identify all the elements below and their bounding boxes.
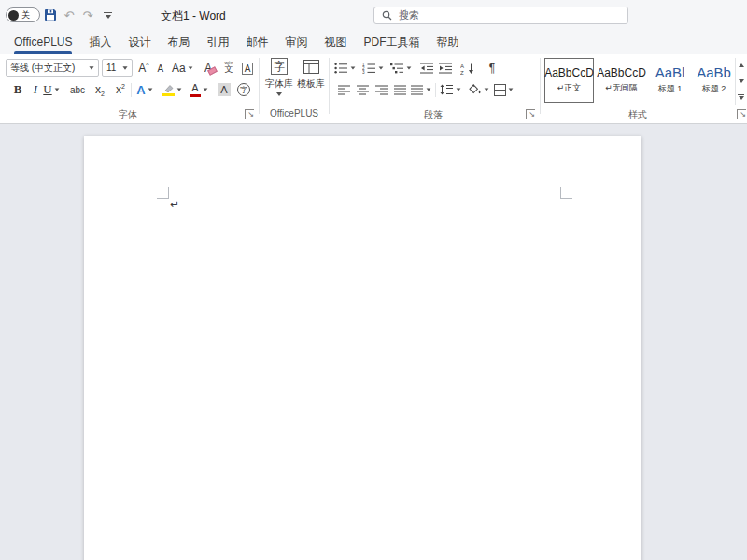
bold-icon: B [14, 82, 22, 97]
character-shading-button[interactable]: A [216, 80, 233, 99]
multilevel-list-icon [390, 63, 404, 74]
sort-button[interactable]: AZ [459, 59, 476, 77]
tab-view[interactable]: 视图 [316, 30, 355, 54]
style-name: ↵无间隔 [605, 82, 638, 94]
style-no-spacing[interactable]: AaBbCcD ↵无间隔 [596, 58, 647, 103]
font-dialog-launcher[interactable]: ↘ [245, 109, 254, 119]
clear-formatting-button[interactable]: A [200, 59, 217, 77]
chevron-down-icon [427, 88, 431, 91]
style-gallery-more-button[interactable] [736, 89, 746, 105]
bullets-button[interactable] [334, 59, 356, 77]
superscript-button[interactable]: x2 [112, 80, 129, 99]
decrease-indent-icon [420, 63, 434, 74]
clear-formatting-icon: A [204, 62, 212, 75]
chevron-down-icon [148, 88, 152, 91]
decrease-indent-button[interactable] [418, 59, 435, 77]
strikethrough-button[interactable]: abc [69, 80, 86, 99]
autosave-toggle[interactable]: 关 [6, 7, 40, 22]
multilevel-list-button[interactable] [390, 59, 412, 77]
borders-button[interactable] [494, 80, 514, 99]
redo-button[interactable]: ↷ [78, 6, 97, 24]
group-divider [540, 58, 541, 114]
template-library-button[interactable]: 模板库 [296, 58, 326, 106]
shrink-font-icon: A [157, 63, 163, 74]
justify-button[interactable] [392, 80, 409, 99]
tab-help[interactable]: 帮助 [428, 30, 467, 54]
styles-dialog-launcher[interactable]: ↘ [737, 109, 746, 119]
style-gallery: AaBbCcD ↵正文 AaBbCcD ↵无间隔 AaBl 标题 1 AaBb … [544, 58, 735, 105]
style-heading-1[interactable]: AaBl 标题 1 [649, 58, 691, 103]
style-normal[interactable]: AaBbCcD ↵正文 [544, 58, 594, 103]
align-center-button[interactable] [355, 80, 372, 99]
shading-button[interactable] [468, 80, 489, 99]
tab-layout[interactable]: 布局 [159, 30, 198, 54]
style-gallery-scroll [735, 58, 746, 105]
font-color-button[interactable]: A [190, 80, 208, 99]
increase-indent-button[interactable] [437, 59, 454, 77]
shrink-font-button[interactable]: Aˇ [153, 59, 170, 77]
show-marks-button[interactable]: ¶ [484, 59, 500, 77]
tab-officeplus[interactable]: OfficePLUS [6, 30, 80, 54]
document-canvas: ↵ [0, 124, 747, 560]
chevron-down-icon [177, 88, 182, 91]
chevron-down-icon [379, 66, 384, 69]
distribute-button[interactable] [411, 80, 431, 99]
tab-mailings[interactable]: 邮件 [237, 30, 276, 54]
divider [131, 83, 132, 97]
justify-icon [394, 85, 407, 95]
save-button[interactable] [41, 6, 60, 24]
font-name-value: 等线 (中文正文) [10, 62, 75, 75]
underline-button[interactable]: U [43, 80, 60, 99]
tab-design[interactable]: 设计 [120, 30, 159, 54]
triangle-up-icon [739, 63, 744, 67]
group-divider [259, 58, 260, 114]
align-center-icon [357, 85, 370, 95]
italic-button[interactable]: I [27, 80, 44, 99]
distribute-icon [411, 85, 424, 95]
font-name-combo[interactable]: 等线 (中文正文) [6, 59, 99, 77]
enclose-characters-button[interactable]: 字 [235, 80, 252, 99]
style-name: 标题 2 [702, 83, 726, 95]
tab-references[interactable]: 引用 [198, 30, 237, 54]
text-effects-button[interactable]: A [136, 80, 153, 99]
officeplus-group-label: OfficePLUS [261, 108, 328, 119]
tab-review[interactable]: 审阅 [276, 30, 316, 54]
search-box[interactable]: 搜索 [374, 7, 628, 24]
customize-quick-access-button[interactable] [101, 6, 115, 24]
align-right-button[interactable] [374, 80, 390, 99]
font-size-combo[interactable]: 11 [102, 59, 133, 77]
align-right-icon [375, 85, 388, 95]
style-gallery-down-button[interactable] [736, 74, 746, 90]
font-library-button[interactable]: 字 字体库 [264, 58, 294, 106]
style-preview: AaBbCcD [597, 67, 646, 78]
crop-mark-top-left [157, 187, 169, 199]
undo-button[interactable]: ↶ [60, 6, 78, 24]
change-case-button[interactable]: Aa [172, 59, 193, 77]
align-left-icon [338, 85, 351, 95]
text-effects-icon: A [136, 83, 145, 97]
ribbon: 等线 (中文正文) 11 A^ Aˇ Aa A wén 文 A B I U ab… [0, 54, 747, 124]
chevron-down-icon [188, 66, 192, 69]
line-spacing-button[interactable] [440, 80, 461, 99]
paragraph-dialog-launcher[interactable]: ↘ [526, 109, 535, 119]
align-left-button[interactable] [336, 80, 353, 99]
tab-pdf-tools[interactable]: PDF工具箱 [355, 30, 428, 54]
style-heading-2[interactable]: AaBb 标题 2 [693, 58, 735, 103]
style-gallery-up-button[interactable] [736, 58, 746, 74]
bold-button[interactable]: B [9, 80, 26, 99]
numbering-button[interactable]: 123 [362, 59, 384, 77]
triangle-down-icon [739, 79, 744, 83]
highlight-button[interactable] [162, 80, 182, 99]
subscript-button[interactable]: x2 [92, 80, 108, 99]
page[interactable]: ↵ [84, 136, 641, 560]
highlighter-icon [162, 84, 175, 96]
font-group-label: 字体 [0, 108, 256, 121]
tab-insert[interactable]: 插入 [80, 30, 120, 54]
style-name: 标题 1 [658, 83, 683, 95]
enclose-characters-icon: 字 [237, 83, 250, 96]
phonetic-guide-button[interactable]: wén 文 [220, 58, 237, 77]
character-border-button[interactable]: A [239, 59, 256, 77]
grow-font-button[interactable]: A^ [135, 59, 152, 77]
character-shading-icon: A [218, 83, 230, 96]
numbering-icon: 123 [362, 63, 376, 74]
